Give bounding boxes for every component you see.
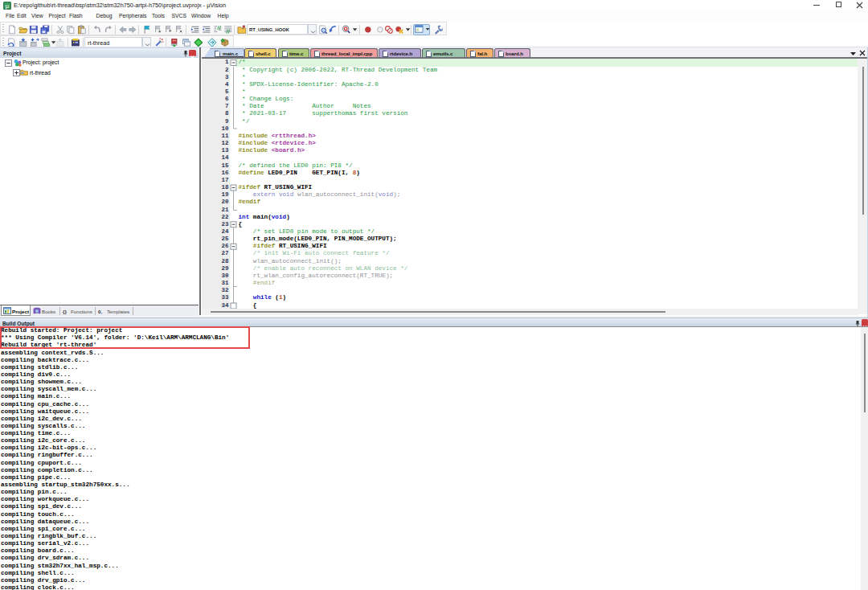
- svg-text:µ: µ: [6, 2, 10, 10]
